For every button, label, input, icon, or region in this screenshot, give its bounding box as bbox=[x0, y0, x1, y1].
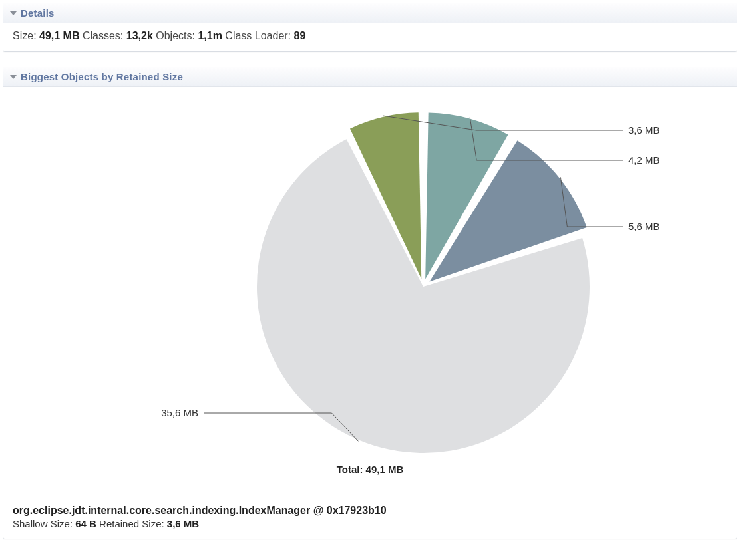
objects-value: 1,1m bbox=[198, 30, 222, 41]
details-header[interactable]: Details bbox=[3, 3, 737, 23]
chevron-down-icon bbox=[10, 75, 17, 79]
selected-object-sizes: Shallow Size: 64 B Retained Size: 3,6 MB bbox=[3, 517, 737, 539]
biggest-objects-header[interactable]: Biggest Objects by Retained Size bbox=[3, 67, 737, 87]
details-body: Size: 49,1 MB Classes: 13,2k Objects: 1,… bbox=[3, 23, 737, 51]
retained-size-label: Retained Size: bbox=[99, 518, 164, 529]
retained-size-value: 3,6 MB bbox=[167, 518, 199, 529]
classloader-value: 89 bbox=[294, 30, 306, 41]
biggest-objects-title: Biggest Objects by Retained Size bbox=[21, 71, 183, 82]
chevron-down-icon bbox=[10, 11, 17, 15]
objects-label: Objects: bbox=[156, 30, 195, 41]
size-value: 49,1 MB bbox=[39, 30, 79, 41]
details-title: Details bbox=[21, 7, 55, 19]
classes-label: Classes: bbox=[83, 30, 123, 41]
pie-total-label: Total: 49,1 MB bbox=[3, 464, 737, 475]
selected-object-name: org.eclipse.jdt.internal.core.search.ind… bbox=[3, 499, 737, 517]
pie-chart[interactable]: 3,6 MB4,2 MB5,6 MB35,6 MBTotal: 49,1 MB bbox=[3, 87, 737, 499]
pie-label-segment-3-6mb: 3,6 MB bbox=[628, 124, 660, 136]
classes-value: 13,2k bbox=[126, 30, 153, 41]
shallow-size-value: 64 B bbox=[75, 518, 96, 529]
pie-label-segment-5-6mb: 5,6 MB bbox=[628, 221, 660, 232]
details-section: Details Size: 49,1 MB Classes: 13,2k Obj… bbox=[3, 3, 737, 52]
classloader-label: Class Loader: bbox=[225, 30, 291, 41]
biggest-objects-section: Biggest Objects by Retained Size 3,6 MB4… bbox=[3, 67, 737, 539]
pie-leader-segment-3-6mb: 3,6 MB bbox=[383, 116, 660, 136]
pie-chart-canvas: 3,6 MB4,2 MB5,6 MB35,6 MBTotal: 49,1 MB bbox=[3, 87, 737, 475]
pie-label-segment-remainder: 35,6 MB bbox=[161, 407, 198, 418]
pie-label-segment-4-2mb: 4,2 MB bbox=[628, 154, 660, 166]
shallow-size-label: Shallow Size: bbox=[13, 518, 73, 529]
size-label: Size: bbox=[13, 30, 37, 41]
